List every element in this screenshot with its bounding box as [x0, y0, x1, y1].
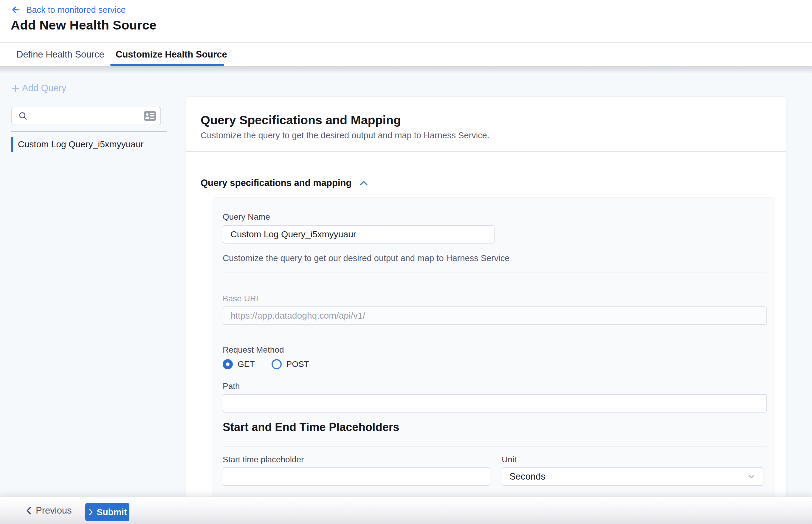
query-name-help-text: Customize the query to get our desired o… — [223, 253, 509, 263]
chevron-left-icon — [25, 506, 32, 515]
chevron-right-icon — [88, 508, 94, 516]
query-form-panel: Query Name Customize the query to get ou… — [213, 197, 775, 524]
search-icon — [18, 111, 28, 122]
query-specifications-card: Query Specifications and Mapping Customi… — [186, 96, 786, 524]
section-collapse-toggle[interactable]: Query specifications and mapping — [200, 178, 368, 189]
plus-icon — [11, 83, 20, 93]
form-divider — [223, 272, 767, 273]
add-query-button[interactable]: Add Query — [11, 82, 66, 94]
previous-button-label: Previous — [36, 505, 72, 516]
header: Back to monitored service Add New Health… — [0, 0, 812, 43]
sidebar-divider — [11, 131, 167, 132]
add-query-label: Add Query — [22, 83, 66, 94]
previous-button[interactable]: Previous — [25, 497, 72, 524]
unit-select[interactable]: Seconds — [502, 468, 763, 486]
base-url-label: Base URL — [223, 294, 261, 304]
chevron-down-icon — [747, 472, 756, 481]
path-input[interactable] — [223, 394, 767, 412]
request-method-label: Request Method — [223, 345, 284, 355]
query-name-input[interactable] — [223, 225, 494, 244]
submit-button[interactable]: Submit — [85, 503, 129, 521]
active-tab-underline — [110, 64, 224, 66]
back-link-label: Back to monitored service — [26, 5, 126, 15]
selected-query-indicator — [11, 137, 13, 152]
query-list-item[interactable]: Custom Log Query_i5xmyyuaur — [11, 137, 167, 152]
tab-bar: Define Health Source Customize Health So… — [0, 43, 812, 66]
card-heading: Query Specifications and Mapping — [200, 113, 401, 127]
back-arrow-icon — [11, 5, 21, 15]
query-search — [11, 107, 161, 125]
submit-button-label: Submit — [97, 507, 127, 517]
card-subheading: Customize the query to get the desired o… — [200, 131, 489, 141]
section-title: Query specifications and mapping — [200, 178, 352, 189]
radio-get-label[interactable]: GET — [238, 359, 255, 369]
radio-get[interactable] — [223, 359, 233, 369]
base-url-input — [223, 307, 767, 325]
card-view-icon[interactable] — [144, 111, 156, 122]
form-divider-2 — [223, 446, 767, 447]
start-time-input[interactable] — [223, 468, 490, 486]
tab-customize-health-source[interactable]: Customize Health Source — [116, 43, 227, 66]
query-item-label: Custom Log Query_i5xmyyuaur — [18, 139, 144, 149]
query-name-label: Query Name — [223, 212, 270, 222]
back-link[interactable]: Back to monitored service — [11, 4, 126, 16]
tab-define-health-source[interactable]: Define Health Source — [16, 43, 104, 66]
start-time-label: Start time placeholder — [223, 455, 304, 464]
time-placeholders-heading: Start and End Time Placeholders — [223, 421, 400, 434]
unit-label: Unit — [502, 455, 517, 464]
request-method-radio-group: GET POST — [223, 358, 309, 371]
page-title: Add New Health Source — [11, 18, 157, 32]
footer-bar: Previous Submit — [0, 496, 812, 524]
chevron-up-icon — [359, 180, 368, 186]
add-health-source-screen: Back to monitored service Add New Health… — [0, 0, 812, 524]
path-label: Path — [223, 381, 240, 391]
radio-post-label[interactable]: POST — [287, 359, 309, 369]
radio-post[interactable] — [272, 359, 282, 369]
query-search-input[interactable] — [11, 107, 161, 125]
unit-select-value: Seconds — [509, 471, 747, 482]
tab-bar-shadow — [0, 66, 812, 73]
card-divider — [186, 151, 786, 152]
